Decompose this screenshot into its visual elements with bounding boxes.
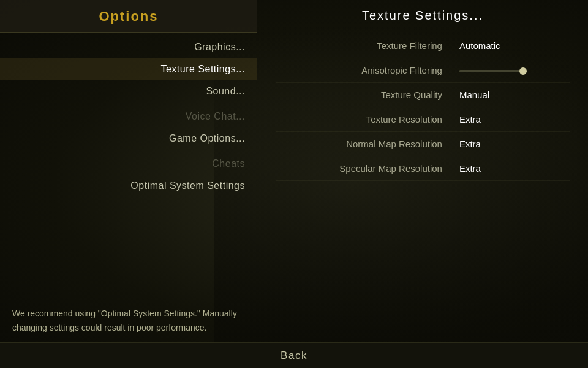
setting-label-texture-filtering: Texture Filtering <box>276 34 454 58</box>
setting-row-normal-map-resolution: Normal Map ResolutionExtra <box>276 132 570 156</box>
setting-value-texture-resolution[interactable]: Extra <box>454 107 570 132</box>
setting-value-texture-filtering[interactable]: Automatic <box>454 34 570 58</box>
setting-value-anisotropic-filtering[interactable] <box>454 58 570 83</box>
setting-label-normal-map-resolution: Normal Map Resolution <box>276 132 454 156</box>
slider-track[interactable] <box>459 70 527 72</box>
options-title: Options <box>0 0 257 33</box>
nav-item-voice-chat: Voice Chat... <box>0 105 257 128</box>
separator <box>0 151 257 151</box>
settings-table: Texture FilteringAutomaticAnisotropic Fi… <box>276 34 570 181</box>
setting-row-specular-map-resolution: Specular Map ResolutionExtra <box>276 156 570 181</box>
setting-label-texture-quality: Texture Quality <box>276 83 454 107</box>
setting-row-anisotropic-filtering: Anisotropic Filtering <box>276 58 570 83</box>
slider-fill <box>459 70 527 72</box>
separator <box>0 104 257 104</box>
nav-item-game-options[interactable]: Game Options... <box>0 128 257 150</box>
right-panel: Texture Settings... Texture FilteringAut… <box>257 0 588 343</box>
left-panel: Options Graphics...Texture Settings...So… <box>0 0 257 343</box>
setting-value-normal-map-resolution[interactable]: Extra <box>454 132 570 156</box>
setting-row-texture-resolution: Texture ResolutionExtra <box>276 107 570 132</box>
setting-label-texture-resolution: Texture Resolution <box>276 107 454 132</box>
recommendation-text: We recommend using "Optimal System Setti… <box>12 307 245 334</box>
texture-settings-title: Texture Settings... <box>276 0 570 30</box>
back-button[interactable]: Back <box>281 350 307 362</box>
setting-row-texture-quality: Texture QualityManual <box>276 83 570 107</box>
nav-item-sound[interactable]: Sound... <box>0 80 257 102</box>
nav-item-cheats: Cheats <box>0 153 257 175</box>
nav-item-texture-settings[interactable]: Texture Settings... <box>0 58 257 80</box>
setting-label-anisotropic-filtering: Anisotropic Filtering <box>276 58 454 83</box>
nav-item-graphics[interactable]: Graphics... <box>0 36 257 58</box>
slider-thumb[interactable] <box>519 67 527 75</box>
setting-label-specular-map-resolution: Specular Map Resolution <box>276 156 454 181</box>
setting-row-texture-filtering: Texture FilteringAutomatic <box>276 34 570 58</box>
setting-value-texture-quality[interactable]: Manual <box>454 83 570 107</box>
nav-list: Graphics...Texture Settings...Sound...Vo… <box>0 33 257 201</box>
bottom-bar: Back <box>0 342 588 368</box>
setting-value-specular-map-resolution[interactable]: Extra <box>454 156 570 181</box>
nav-item-optimal[interactable]: Optimal System Settings <box>0 175 257 197</box>
